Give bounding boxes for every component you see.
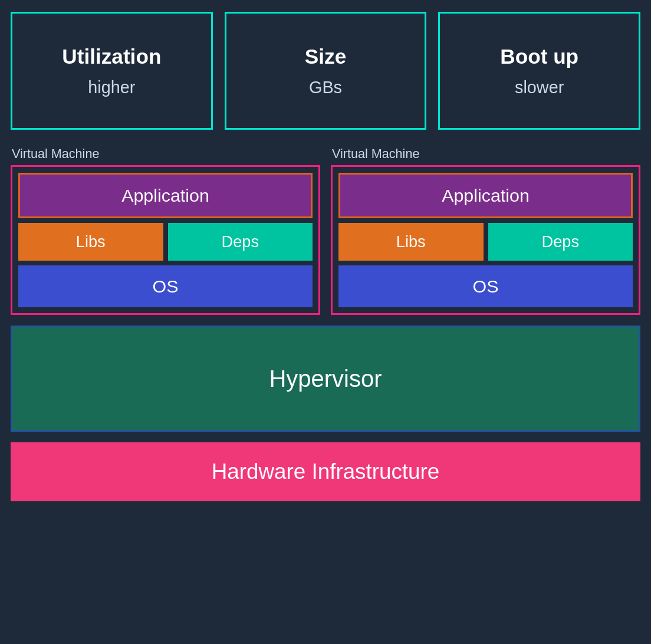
- hypervisor-box: Hypervisor: [11, 326, 640, 432]
- vm1-os: OS: [18, 265, 313, 307]
- vm2-label: Virtual Machine: [331, 146, 640, 162]
- vm2-libs: Libs: [338, 223, 484, 261]
- utilization-box: Utilization higher: [11, 12, 213, 130]
- bootup-box: Boot up slower: [438, 12, 640, 130]
- vm1-box: Application Libs Deps OS: [11, 165, 320, 315]
- vm2-application: Application: [338, 173, 633, 218]
- vm2-deps: Deps: [488, 223, 633, 261]
- vm1-libs: Libs: [18, 223, 163, 261]
- hardware-box: Hardware Infrastructure: [11, 442, 640, 501]
- vm1-deps: Deps: [168, 223, 313, 261]
- size-box: Size GBs: [225, 12, 427, 130]
- utilization-title: Utilization: [62, 45, 161, 68]
- size-title: Size: [305, 45, 346, 68]
- vm2-container: Virtual Machine Application Libs Deps OS: [331, 146, 640, 315]
- bootup-subtitle: slower: [515, 78, 564, 97]
- size-subtitle: GBs: [309, 78, 342, 97]
- vm1-libs-deps-row: Libs Deps: [18, 223, 313, 261]
- vms-section: Virtual Machine Application Libs Deps OS…: [11, 146, 640, 315]
- vm1-application: Application: [18, 173, 313, 218]
- metrics-row: Utilization higher Size GBs Boot up slow…: [11, 12, 640, 130]
- bootup-title: Boot up: [500, 45, 578, 68]
- vm2-os: OS: [338, 265, 633, 307]
- vm1-label: Virtual Machine: [11, 146, 320, 162]
- hypervisor-label: Hypervisor: [269, 366, 382, 392]
- utilization-subtitle: higher: [88, 78, 135, 97]
- vm2-box: Application Libs Deps OS: [331, 165, 640, 315]
- vm1-container: Virtual Machine Application Libs Deps OS: [11, 146, 320, 315]
- vm2-libs-deps-row: Libs Deps: [338, 223, 633, 261]
- hardware-label: Hardware Infrastructure: [212, 459, 440, 484]
